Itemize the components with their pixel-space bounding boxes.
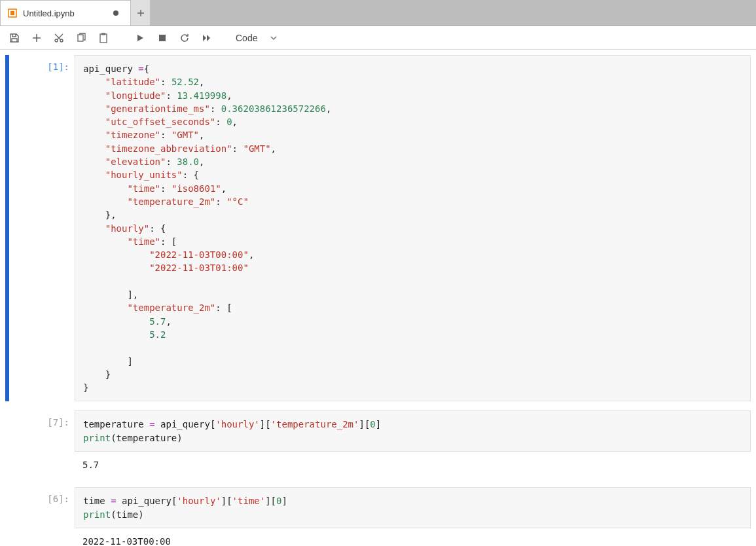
cell-type-label: Code xyxy=(236,33,257,43)
execution-prompt: [6]: xyxy=(9,487,75,546)
notebook-icon xyxy=(7,8,18,18)
interrupt-button[interactable] xyxy=(156,31,169,45)
svg-rect-1 xyxy=(10,11,14,15)
tab-bar: Untitled.ipynb xyxy=(0,0,756,26)
svg-rect-5 xyxy=(100,34,107,43)
notebook-toolbar: Code xyxy=(0,26,756,50)
chevron-down-icon xyxy=(270,36,277,40)
cut-button[interactable] xyxy=(52,31,65,45)
code-cell[interactable]: [7]:temperature = api_query['hourly']['t… xyxy=(5,410,751,478)
notebook-body[interactable]: [1]:api_query ={ "latitude": 52.52, "lon… xyxy=(0,50,756,546)
cell-output: 5.7 xyxy=(75,452,751,478)
svg-point-3 xyxy=(60,39,63,42)
code-input[interactable]: temperature = api_query['hourly']['tempe… xyxy=(75,410,751,452)
svg-rect-7 xyxy=(159,35,166,41)
dirty-indicator-icon xyxy=(113,10,118,16)
copy-button[interactable] xyxy=(75,31,88,45)
execution-prompt: [1]: xyxy=(9,55,75,401)
code-cell[interactable]: [1]:api_query ={ "latitude": 52.52, "lon… xyxy=(5,55,751,401)
tab-title: Untitled.ipynb xyxy=(23,9,75,18)
code-input[interactable]: time = api_query['hourly']['time'][0] pr… xyxy=(75,487,751,528)
save-button[interactable] xyxy=(8,31,21,45)
execution-prompt: [7]: xyxy=(9,410,75,478)
run-button[interactable] xyxy=(134,31,147,45)
code-cell[interactable]: [6]:time = api_query['hourly']['time'][0… xyxy=(5,487,751,546)
insert-cell-button[interactable] xyxy=(30,31,43,45)
notebook-tab[interactable]: Untitled.ipynb xyxy=(0,0,131,26)
new-tab-button[interactable] xyxy=(131,0,151,26)
cell-type-select[interactable]: Code xyxy=(230,31,282,45)
code-input[interactable]: api_query ={ "latitude": 52.52, "longitu… xyxy=(75,55,751,401)
svg-point-2 xyxy=(55,39,58,42)
restart-button[interactable] xyxy=(178,31,191,45)
cell-output: 2022-11-03T00:00 xyxy=(75,528,751,546)
restart-run-all-button[interactable] xyxy=(200,31,213,45)
svg-rect-4 xyxy=(78,35,83,41)
paste-button[interactable] xyxy=(97,31,110,45)
